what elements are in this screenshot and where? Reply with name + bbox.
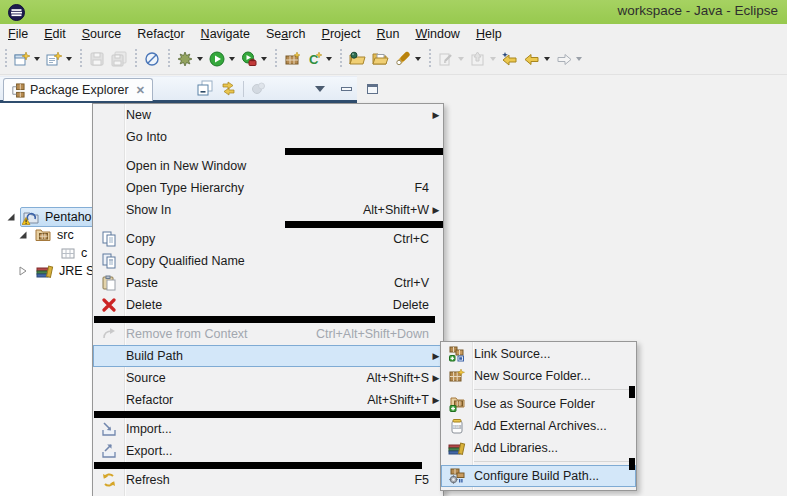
menu-item-label: Paste	[124, 276, 158, 290]
menu-item-open-in-new-window[interactable]: Open in New Window	[93, 155, 443, 177]
expander-expanded-icon[interactable]	[18, 230, 28, 240]
toolbar-grip	[168, 49, 170, 69]
toolbar-grip	[80, 49, 82, 69]
menu-item-label: Open Type Hierarchy	[124, 181, 244, 195]
menu-item-shortcut: F4	[414, 181, 429, 195]
menu-item-paste[interactable]: Paste Ctrl+V	[93, 272, 443, 294]
skip-breakpoints-icon[interactable]	[141, 46, 163, 72]
menu-item-refactor[interactable]: Refactor Alt+Shift+T▶	[93, 389, 443, 411]
mark-occurrences-icon[interactable]	[392, 46, 424, 72]
submenu-item-link-source[interactable]: Link Source...	[441, 343, 636, 365]
dropdown-caret-icon[interactable]	[458, 57, 464, 61]
tree-item-jre[interactable]: JRE S	[0, 262, 94, 280]
dropdown-caret-icon[interactable]	[229, 57, 235, 61]
import-icon	[93, 421, 124, 437]
new-package-icon[interactable]	[281, 46, 303, 72]
menubar-item-navigate[interactable]: Navigate	[193, 24, 258, 44]
collapse-all-icon[interactable]	[196, 80, 214, 97]
new-class-icon[interactable]: C	[303, 46, 335, 72]
focus-task-icon[interactable]	[250, 80, 267, 97]
save-all-icon[interactable]	[108, 46, 130, 72]
submenu-item-add-external-archives[interactable]: 010 Add External Archives...	[441, 415, 636, 437]
menu-item-new[interactable]: New ▶	[93, 104, 443, 126]
redacted-region	[93, 148, 443, 155]
view-menu-icon[interactable]	[315, 86, 325, 92]
save-icon[interactable]	[86, 46, 108, 72]
menubar-item-search[interactable]: Search	[258, 24, 314, 44]
link-with-editor-icon[interactable]	[220, 80, 237, 97]
maximize-icon[interactable]	[367, 84, 378, 94]
minimize-icon[interactable]	[341, 87, 352, 91]
menu-item-label: Delete	[124, 298, 162, 312]
open-task-icon[interactable]	[346, 46, 369, 72]
menu-item-remove-from-context[interactable]: Remove from Context Ctrl+Alt+Shift+Down	[93, 323, 443, 345]
last-edit-location-icon[interactable]	[499, 46, 521, 72]
external-tools-icon[interactable]	[238, 46, 270, 72]
close-icon[interactable]: ✕	[136, 84, 145, 97]
menu-item-label: Refactor	[124, 393, 173, 407]
dropdown-caret-icon[interactable]	[576, 57, 582, 61]
add-external-archives-icon: 010	[441, 418, 472, 434]
menu-item-source[interactable]: Source Alt+Shift+S▶	[93, 367, 443, 389]
forward-icon[interactable]	[553, 46, 585, 72]
menu-item-shortcut: Ctrl+V	[394, 276, 429, 290]
run-icon[interactable]	[206, 46, 238, 72]
dropdown-caret-icon[interactable]	[544, 57, 550, 61]
menubar-item-help[interactable]: Help	[468, 24, 510, 44]
menu-item-build-path[interactable]: Build Path ▶	[93, 345, 443, 367]
menubar-item-window[interactable]: Window	[407, 24, 467, 44]
new-wizard-icon[interactable]	[11, 46, 43, 72]
menu-item-go-into[interactable]: Go Into	[93, 126, 443, 148]
submenu-item-add-libraries[interactable]: Add Libraries...	[441, 437, 636, 459]
debug-icon[interactable]	[174, 46, 206, 72]
submenu-item-new-source-folder[interactable]: New Source Folder...	[441, 365, 636, 387]
dropdown-caret-icon[interactable]	[490, 57, 496, 61]
expander-collapsed-icon[interactable]	[18, 266, 28, 276]
menubar-item-edit[interactable]: Edit	[36, 24, 74, 44]
source-folder-icon	[35, 227, 52, 243]
menu-item-label: Remove from Context	[124, 327, 248, 341]
menubar-item-run[interactable]: Run	[368, 24, 407, 44]
menu-item-label: Add Libraries...	[472, 441, 558, 455]
dropdown-caret-icon[interactable]	[261, 57, 267, 61]
next-annotation-icon[interactable]	[435, 46, 467, 72]
menu-item-copy-qualified-name[interactable]: Copy Qualified Name	[93, 250, 443, 272]
menubar-item-file[interactable]: File	[0, 24, 36, 44]
dropdown-caret-icon[interactable]	[197, 57, 203, 61]
submenu-item-use-as-source-folder[interactable]: Use as Source Folder	[441, 393, 636, 415]
menu-item-label: Copy Qualified Name	[124, 254, 245, 268]
view-toolbar	[196, 80, 378, 97]
tree-item-package[interactable]: c	[0, 244, 87, 262]
menu-item-open-type-hierarchy[interactable]: Open Type Hierarchy F4	[93, 177, 443, 199]
new-java-wizard-icon[interactable]	[43, 46, 75, 72]
redacted-region	[93, 411, 443, 418]
paste-icon	[93, 275, 124, 291]
menu-item-refresh[interactable]: Refresh F5	[93, 469, 443, 491]
menu-item-copy[interactable]: Copy Ctrl+C	[93, 228, 443, 250]
previous-annotation-icon[interactable]	[467, 46, 499, 72]
submenu-item-configure-build-path[interactable]: Configure Build Path...	[441, 465, 636, 487]
dropdown-caret-icon[interactable]	[34, 57, 40, 61]
menu-item-label: Use as Source Folder	[472, 397, 595, 411]
menubar-item-source[interactable]: Source	[74, 24, 130, 44]
tree-item-pentaho[interactable]: Pentaho	[0, 208, 92, 226]
menubar-item-project[interactable]: Project	[314, 24, 369, 44]
open-resource-icon[interactable]	[369, 46, 392, 72]
tab-package-explorer[interactable]: Package Explorer ✕	[3, 78, 153, 101]
dropdown-caret-icon[interactable]	[415, 57, 421, 61]
menu-item-delete[interactable]: Delete Delete	[93, 294, 443, 316]
context-menu: New ▶ Go Into Open in New Window Open Ty…	[92, 103, 444, 496]
back-icon[interactable]	[521, 46, 553, 72]
menu-item-export[interactable]: Export...	[93, 440, 443, 462]
redacted-region	[629, 458, 635, 470]
titlebar: workspace - Java - Eclipse	[0, 0, 787, 24]
package-explorer-icon	[10, 83, 25, 98]
redacted-region	[629, 386, 635, 398]
menu-item-show-in[interactable]: Show In Alt+Shift+W▶	[93, 199, 443, 221]
menu-item-import[interactable]: Import...	[93, 418, 443, 440]
menubar-item-refactor[interactable]: Refactor	[129, 24, 192, 44]
tree-item-src[interactable]: src	[0, 226, 74, 244]
expander-expanded-icon[interactable]	[6, 212, 16, 222]
dropdown-caret-icon[interactable]	[66, 57, 72, 61]
dropdown-caret-icon[interactable]	[326, 57, 332, 61]
